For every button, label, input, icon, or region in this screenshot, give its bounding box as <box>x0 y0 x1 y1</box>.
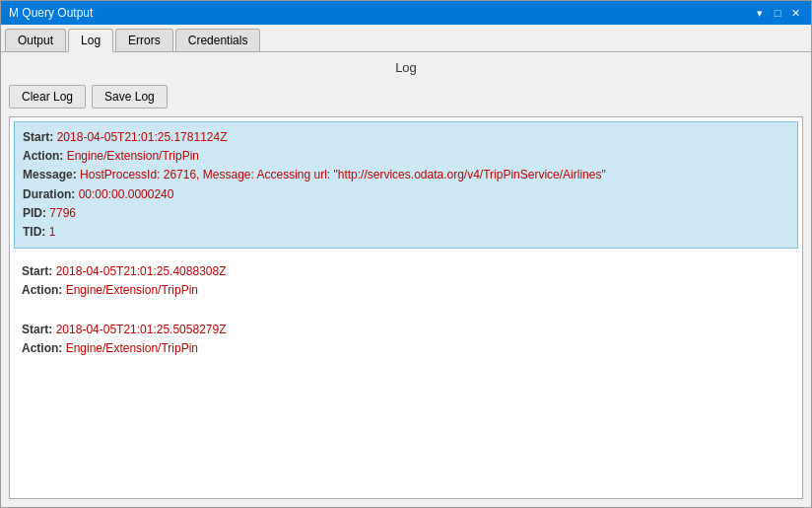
minimize-icon[interactable]: ▾ <box>752 5 768 21</box>
page-title: Log <box>1 52 811 81</box>
log-entry: Start: 2018-04-05T21:01:25.1781124Z Acti… <box>14 121 798 249</box>
value-action: Engine/Extension/TripPin <box>67 149 199 163</box>
label-message: Message: <box>23 168 77 181</box>
label-start-3: Start: <box>22 323 52 336</box>
log-container[interactable]: Start: 2018-04-05T21:01:25.1781124Z Acti… <box>9 116 803 499</box>
value-tid: 1 <box>49 225 56 239</box>
label-action-3: Action: <box>22 341 62 355</box>
value-action-3: Engine/Extension/TripPin <box>66 341 198 355</box>
tab-credentials[interactable]: Credentials <box>175 29 261 51</box>
tab-bar: Output Log Errors Credentials <box>1 25 811 52</box>
main-window: M Query Output ▾ □ ✕ Output Log Errors C… <box>0 0 812 508</box>
close-icon[interactable]: ✕ <box>787 5 803 21</box>
label-pid: PID: <box>23 206 46 220</box>
value-start: 2018-04-05T21:01:25.1781124Z <box>57 130 228 144</box>
label-start: Start: <box>23 130 53 144</box>
label-duration: Duration: <box>23 187 75 201</box>
maximize-icon[interactable]: □ <box>770 5 785 21</box>
value-duration: 00:00:00.0000240 <box>79 187 174 201</box>
value-action-2: Engine/Extension/TripPin <box>66 283 198 297</box>
log-entry: Start: 2018-04-05T21:01:25.5058279Z Acti… <box>14 315 798 364</box>
log-entry: Start: 2018-04-05T21:01:25.4088308Z Acti… <box>14 256 798 306</box>
value-message: HostProcessId: 26716, Message: Accessing… <box>80 168 606 181</box>
save-log-button[interactable]: Save Log <box>92 85 168 109</box>
label-action-2: Action: <box>22 283 62 297</box>
tab-output[interactable]: Output <box>5 29 66 51</box>
tab-log[interactable]: Log <box>68 29 113 52</box>
label-action: Action: <box>23 149 63 163</box>
value-start-3: 2018-04-05T21:01:25.5058279Z <box>56 323 227 336</box>
label-tid: TID: <box>23 225 45 239</box>
label-start-2: Start: <box>22 264 52 278</box>
toolbar: Clear Log Save Log <box>1 81 811 116</box>
tab-errors[interactable]: Errors <box>115 29 173 51</box>
title-bar: M Query Output ▾ □ ✕ <box>1 1 811 25</box>
clear-log-button[interactable]: Clear Log <box>9 85 86 109</box>
window-title: M Query Output <box>9 6 93 20</box>
window-controls: ▾ □ ✕ <box>752 5 803 21</box>
value-start-2: 2018-04-05T21:01:25.4088308Z <box>56 264 227 278</box>
value-pid: 7796 <box>49 206 76 220</box>
